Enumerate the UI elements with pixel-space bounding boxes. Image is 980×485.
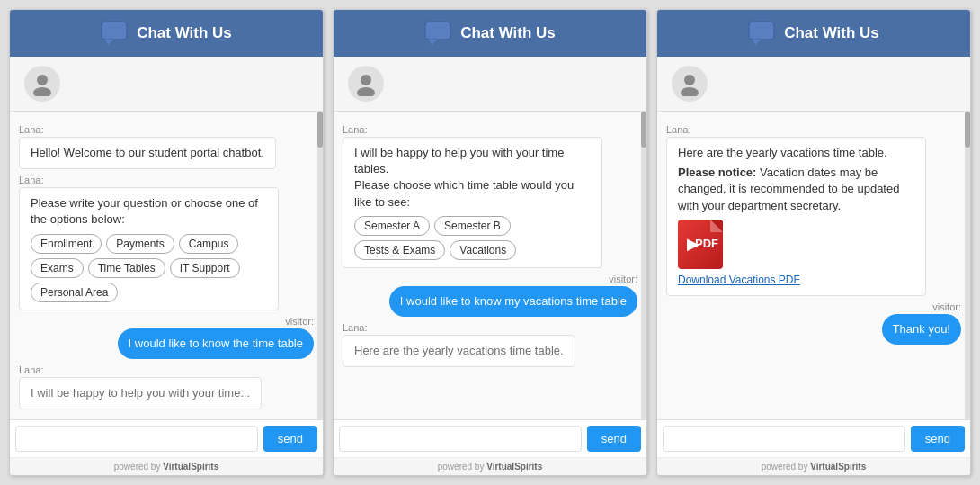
send-button[interactable]: send [587, 426, 641, 452]
lana-message: I will be happy to help you with your ti… [19, 377, 314, 409]
send-button[interactable]: send [263, 426, 317, 452]
chat-header: Chat With Us [657, 10, 970, 57]
option-button[interactable]: Payments [106, 234, 174, 254]
lana-partial-text: Here are the yearly vacations time table… [354, 343, 564, 359]
chat-bubble-icon [748, 21, 775, 46]
lana-label: Lana: [19, 175, 314, 185]
sub-header [657, 57, 970, 112]
lana-label: Lana: [19, 364, 314, 375]
lana-label: Lana: [19, 124, 314, 135]
option-button[interactable]: Vacations [450, 240, 516, 260]
option-button[interactable]: Time Tables [88, 258, 165, 278]
lana-label: Lana: [666, 124, 961, 135]
visitor-label: visitor: [19, 316, 314, 327]
scrollbar[interactable] [641, 112, 646, 419]
option-buttons: EnrollmentPaymentsCampusExamsTime Tables… [31, 234, 267, 302]
chat-input[interactable] [339, 426, 582, 452]
chat-input[interactable] [15, 426, 258, 452]
svg-marker-1 [105, 40, 113, 45]
option-button[interactable]: Semester A [354, 216, 430, 236]
avatar [348, 66, 384, 102]
lana-label: Lana: [343, 322, 637, 333]
option-button[interactable]: Semester B [434, 216, 511, 236]
lana-message: I will be happy to help you with your ti… [343, 137, 637, 268]
lana-text: Here are the yearly vacations time table… [678, 145, 914, 161]
sub-header [10, 57, 323, 112]
chat-panel-1: Chat With Us Lana:Hello! Welcome to our … [9, 9, 324, 476]
messages-area: Lana:Hello! Welcome to our student porta… [10, 112, 323, 419]
visitor-message: Thank you! [666, 314, 961, 345]
chat-input-area: send [334, 419, 646, 457]
pdf-download-link[interactable]: Download Vacations PDF [678, 273, 800, 288]
option-buttons: Semester ASemester BTests & ExamsVacatio… [354, 216, 591, 260]
header-title: Chat With Us [137, 24, 232, 42]
visitor-message: I would like to know my vacations time t… [343, 286, 637, 317]
chat-bubble-icon [424, 21, 451, 46]
messages-area: Lana: Here are the yearly vacations time… [657, 112, 970, 419]
chat-header: Chat With Us [10, 10, 323, 57]
visitor-bubble: I would like to know the time table [118, 328, 314, 359]
send-button[interactable]: send [911, 426, 965, 452]
scrollbar[interactable] [965, 112, 970, 419]
svg-point-11 [681, 87, 699, 96]
svg-point-3 [33, 87, 51, 96]
visitor-message: I would like to know the time table [19, 328, 314, 359]
powered-by: powered by VirtualSpirits [10, 457, 323, 475]
chat-panel-2: Chat With Us Lana:I will be happy to hel… [333, 9, 647, 476]
lana-message: Here are the yearly vacations time table… [343, 335, 637, 367]
visitor-label: visitor: [343, 274, 637, 284]
option-button[interactable]: Campus [179, 234, 239, 254]
messages-area: Lana:I will be happy to help you with yo… [334, 112, 646, 419]
lana-text: Hello! Welcome to our student portal cha… [31, 145, 264, 161]
panels-container: Chat With Us Lana:Hello! Welcome to our … [0, 0, 980, 485]
header-title: Chat With Us [784, 24, 879, 42]
powered-by: powered by VirtualSpirits [334, 457, 646, 475]
visitor-label: visitor: [666, 301, 961, 312]
option-button[interactable]: Exams [31, 258, 84, 278]
option-button[interactable]: Personal Area [31, 283, 118, 302]
option-button[interactable]: IT Support [170, 258, 240, 278]
chat-bubble-icon [101, 21, 128, 46]
svg-rect-8 [749, 22, 774, 40]
lana-partial-text: I will be happy to help you with your ti… [31, 385, 250, 401]
avatar [672, 66, 708, 102]
svg-marker-9 [753, 40, 761, 45]
visitor-bubble: Thank you! [882, 314, 961, 345]
chat-panel-3: Chat With Us Lana: Here are the yearly v… [656, 9, 971, 476]
chat-input[interactable] [663, 426, 905, 452]
visitor-bubble: I would like to know my vacations time t… [389, 286, 637, 317]
svg-marker-5 [429, 40, 437, 45]
svg-rect-4 [425, 22, 450, 40]
avatar [24, 66, 60, 102]
svg-point-2 [37, 75, 48, 85]
option-button[interactable]: Tests & Exams [354, 240, 445, 260]
pdf-icon: ▶ PDF [678, 220, 723, 269]
header-title: Chat With Us [460, 24, 556, 42]
lana-message: Here are the yearly vacations time table… [666, 137, 961, 296]
chat-input-area: send [10, 419, 323, 457]
lana-message: Please write your question or choose one… [19, 187, 314, 310]
lana-label: Lana: [343, 124, 637, 135]
option-button[interactable]: Enrollment [31, 234, 102, 254]
pdf-area: ▶ PDF Download Vacations PDF [678, 214, 914, 288]
lana-message: Hello! Welcome to our student portal cha… [19, 137, 314, 169]
svg-rect-0 [102, 22, 127, 40]
sub-header [334, 57, 646, 112]
svg-point-7 [357, 87, 375, 96]
person-icon [353, 71, 379, 96]
scrollbar[interactable] [317, 112, 323, 419]
svg-point-10 [684, 75, 695, 85]
chat-header: Chat With Us [334, 10, 646, 57]
chat-input-area: send [657, 419, 970, 457]
person-icon [30, 71, 55, 96]
powered-by: powered by VirtualSpirits [657, 457, 970, 475]
svg-point-6 [361, 75, 371, 85]
notice-text: Please notice: Vacation dates may be cha… [678, 165, 914, 214]
person-icon [677, 71, 702, 96]
